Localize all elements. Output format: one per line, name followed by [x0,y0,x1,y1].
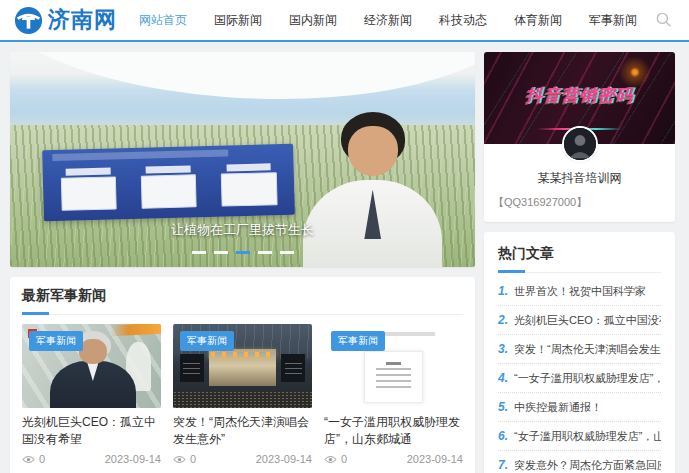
main-nav: 网站首页 国际新闻 国内新闻 经济新闻 科技动态 体育新闻 军事新闻 [139,12,655,29]
site-logo-text: 济南网 [48,5,117,35]
hot-article-item[interactable]: 1.世界首次！祝贺中国科学家 [498,277,661,306]
news-grid: 军事新闻 光刻机巨头CEO：孤立中国没有希望 0 2023-09-14 [22,324,463,465]
hot-article-item[interactable]: 3.突发！“周杰伦天津演唱会发生意外” [498,335,661,364]
section-divider [498,272,661,273]
carousel-dot[interactable] [192,251,206,254]
news-card[interactable]: 军事新闻 光刻机巨头CEO：孤立中国没有希望 0 2023-09-14 [22,324,161,465]
promo-site-name: 某某抖音培训网 [484,170,675,187]
publish-date: 2023-09-14 [407,453,463,465]
hero-carousel[interactable]: 让植物在工厂里拔节生长 [10,52,475,267]
news-title[interactable]: “一女子滥用职权威胁理发店”，山东郯城通 [324,414,463,448]
view-count: 0 [22,453,45,465]
section-title: 最新军事新闻 [22,287,463,305]
publish-date: 2023-09-14 [256,453,312,465]
nav-item-economy[interactable]: 经济新闻 [364,12,412,29]
nav-item-home[interactable]: 网站首页 [139,12,187,29]
section-divider [22,314,463,315]
nav-item-sports[interactable]: 体育新闻 [514,12,562,29]
carousel-dot-active[interactable] [236,251,250,254]
carousel-indicators [10,251,475,254]
site-header: 济南网 网站首页 国际新闻 国内新闻 经济新闻 科技动态 体育新闻 军事新闻 [0,0,689,42]
carousel-dot[interactable] [280,251,294,254]
hero-caption: 让植物在工厂里拔节生长 [10,221,475,239]
sidebar: 抖音营销密码 某某抖音培训网 【QQ316927000】 热门文章 [484,52,675,473]
hot-article-item[interactable]: 4.“一女子滥用职权威胁理发店”，山东郯城通 [498,364,661,393]
nav-item-tech[interactable]: 科技动态 [439,12,487,29]
hero-control-panel [42,143,295,220]
news-card[interactable]: 军事新闻 突发！“周杰伦天津演唱会发生意外” 0 2023-09-14 [173,324,312,465]
site-logo-icon [14,6,43,35]
main-column: 让植物在工厂里拔节生长 最新军事新闻 军事新闻 [10,52,475,473]
hero-sky-swoosh [10,52,475,99]
hot-articles-card: 热门文章 1.世界首次！祝贺中国科学家 2.光刻机巨头CEO：孤立中国没有希望 … [484,232,675,473]
view-count: 0 [324,453,347,465]
news-meta: 0 2023-09-14 [324,453,463,465]
category-badge: 军事新闻 [29,331,83,351]
nav-item-military[interactable]: 军事新闻 [589,12,637,29]
site-logo[interactable]: 济南网 [14,5,117,35]
hot-article-item[interactable]: 2.光刻机巨头CEO：孤立中国没有希望 [498,306,661,335]
publish-date: 2023-09-14 [105,453,161,465]
hot-article-item[interactable]: 7.突发意外？周杰伦方面紧急回应 [498,451,661,473]
eye-icon [324,455,337,464]
search-icon[interactable] [655,11,673,29]
eye-icon [173,455,186,464]
avatar [562,126,598,162]
news-thumbnail-document: 军事新闻 [324,324,463,408]
hot-article-item[interactable]: 6.“女子滥用职权威胁理发店”，山东一地通报 [498,422,661,451]
latest-news-section: 最新军事新闻 军事新闻 光刻机巨头CEO：孤立中国没有希望 [10,277,475,473]
news-meta: 0 2023-09-14 [173,453,312,465]
hot-articles-list: 1.世界首次！祝贺中国科学家 2.光刻机巨头CEO：孤立中国没有希望 3.突发！… [498,277,661,473]
news-meta: 0 2023-09-14 [22,453,161,465]
promo-card[interactable]: 抖音营销密码 某某抖音培训网 【QQ316927000】 [484,52,675,222]
carousel-dot[interactable] [258,251,272,254]
news-thumbnail-interview: 军事新闻 [22,324,161,408]
hero-scientist [303,112,443,267]
news-card[interactable]: 军事新闻 “一女子滥用职权威胁理发店”，山东郯城通 0 2023-09-14 [324,324,463,465]
promo-qq-contact: 【QQ316927000】 [484,195,675,210]
promo-banner-title: 抖音营销密码 [484,84,675,107]
nav-item-international[interactable]: 国际新闻 [214,12,262,29]
eye-icon [22,455,35,464]
news-thumbnail-concert: 军事新闻 [173,324,312,408]
carousel-dot[interactable] [214,251,228,254]
hot-articles-title: 热门文章 [498,245,661,263]
view-count: 0 [173,453,196,465]
nav-item-domestic[interactable]: 国内新闻 [289,12,337,29]
hot-article-item[interactable]: 5.中疾控最新通报！ [498,393,661,422]
news-title[interactable]: 突发！“周杰伦天津演唱会发生意外” [173,414,312,448]
news-title[interactable]: 光刻机巨头CEO：孤立中国没有希望 [22,414,161,448]
category-badge: 军事新闻 [331,331,385,351]
page: 济南网 网站首页 国际新闻 国内新闻 经济新闻 科技动态 体育新闻 军事新闻 [0,0,689,473]
category-badge: 军事新闻 [180,331,234,351]
